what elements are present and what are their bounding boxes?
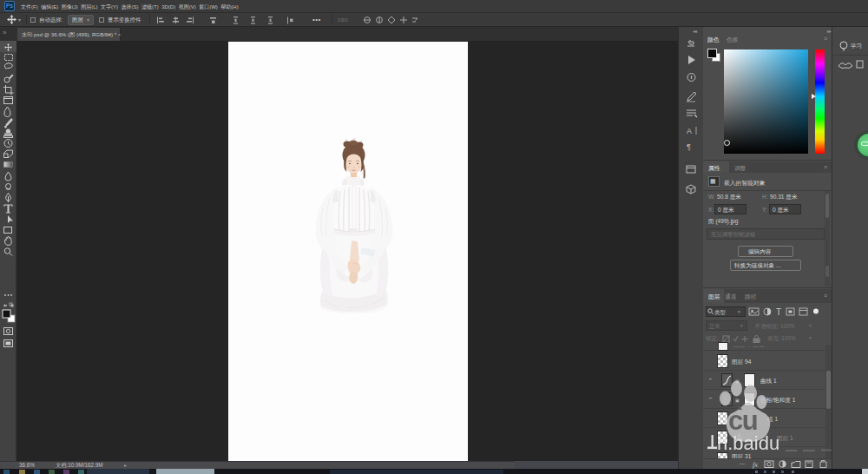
svg-text:¶: ¶ [687, 142, 691, 151]
svg-text:T: T [776, 307, 781, 317]
svg-text:fx: fx [753, 460, 758, 469]
svg-text:A: A [687, 127, 692, 135]
